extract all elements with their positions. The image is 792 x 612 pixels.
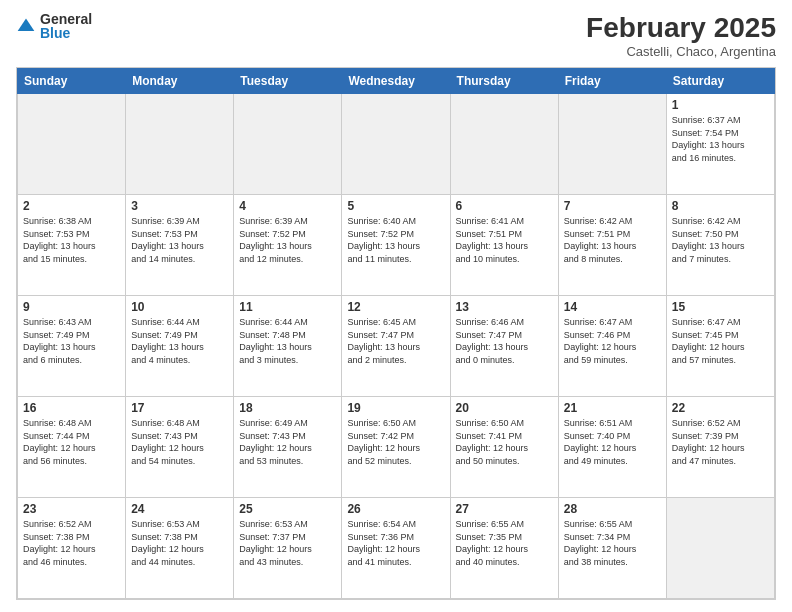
day-cell: 11Sunrise: 6:44 AM Sunset: 7:48 PM Dayli… bbox=[234, 296, 342, 397]
day-info: Sunrise: 6:53 AM Sunset: 7:38 PM Dayligh… bbox=[131, 518, 228, 568]
day-cell: 16Sunrise: 6:48 AM Sunset: 7:44 PM Dayli… bbox=[18, 397, 126, 498]
day-number: 8 bbox=[672, 199, 769, 213]
day-number: 20 bbox=[456, 401, 553, 415]
day-cell: 6Sunrise: 6:41 AM Sunset: 7:51 PM Daylig… bbox=[450, 195, 558, 296]
day-info: Sunrise: 6:42 AM Sunset: 7:51 PM Dayligh… bbox=[564, 215, 661, 265]
day-info: Sunrise: 6:52 AM Sunset: 7:38 PM Dayligh… bbox=[23, 518, 120, 568]
day-info: Sunrise: 6:55 AM Sunset: 7:35 PM Dayligh… bbox=[456, 518, 553, 568]
day-number: 1 bbox=[672, 98, 769, 112]
day-info: Sunrise: 6:47 AM Sunset: 7:45 PM Dayligh… bbox=[672, 316, 769, 366]
day-cell bbox=[558, 94, 666, 195]
header-wednesday: Wednesday bbox=[342, 69, 450, 94]
day-info: Sunrise: 6:41 AM Sunset: 7:51 PM Dayligh… bbox=[456, 215, 553, 265]
day-cell: 9Sunrise: 6:43 AM Sunset: 7:49 PM Daylig… bbox=[18, 296, 126, 397]
header-sunday: Sunday bbox=[18, 69, 126, 94]
day-cell: 26Sunrise: 6:54 AM Sunset: 7:36 PM Dayli… bbox=[342, 498, 450, 599]
day-number: 28 bbox=[564, 502, 661, 516]
day-cell: 5Sunrise: 6:40 AM Sunset: 7:52 PM Daylig… bbox=[342, 195, 450, 296]
day-cell bbox=[18, 94, 126, 195]
day-info: Sunrise: 6:50 AM Sunset: 7:41 PM Dayligh… bbox=[456, 417, 553, 467]
day-info: Sunrise: 6:46 AM Sunset: 7:47 PM Dayligh… bbox=[456, 316, 553, 366]
day-info: Sunrise: 6:45 AM Sunset: 7:47 PM Dayligh… bbox=[347, 316, 444, 366]
day-info: Sunrise: 6:54 AM Sunset: 7:36 PM Dayligh… bbox=[347, 518, 444, 568]
day-info: Sunrise: 6:37 AM Sunset: 7:54 PM Dayligh… bbox=[672, 114, 769, 164]
day-number: 18 bbox=[239, 401, 336, 415]
day-cell: 17Sunrise: 6:48 AM Sunset: 7:43 PM Dayli… bbox=[126, 397, 234, 498]
day-number: 3 bbox=[131, 199, 228, 213]
day-number: 10 bbox=[131, 300, 228, 314]
logo-blue: Blue bbox=[40, 26, 92, 40]
day-cell: 12Sunrise: 6:45 AM Sunset: 7:47 PM Dayli… bbox=[342, 296, 450, 397]
day-number: 7 bbox=[564, 199, 661, 213]
header-thursday: Thursday bbox=[450, 69, 558, 94]
day-number: 9 bbox=[23, 300, 120, 314]
day-number: 24 bbox=[131, 502, 228, 516]
day-number: 13 bbox=[456, 300, 553, 314]
header-tuesday: Tuesday bbox=[234, 69, 342, 94]
day-cell bbox=[234, 94, 342, 195]
header-monday: Monday bbox=[126, 69, 234, 94]
day-info: Sunrise: 6:43 AM Sunset: 7:49 PM Dayligh… bbox=[23, 316, 120, 366]
day-number: 19 bbox=[347, 401, 444, 415]
day-cell bbox=[342, 94, 450, 195]
day-cell: 15Sunrise: 6:47 AM Sunset: 7:45 PM Dayli… bbox=[666, 296, 774, 397]
day-info: Sunrise: 6:48 AM Sunset: 7:43 PM Dayligh… bbox=[131, 417, 228, 467]
day-info: Sunrise: 6:52 AM Sunset: 7:39 PM Dayligh… bbox=[672, 417, 769, 467]
day-number: 4 bbox=[239, 199, 336, 213]
day-cell: 19Sunrise: 6:50 AM Sunset: 7:42 PM Dayli… bbox=[342, 397, 450, 498]
day-number: 27 bbox=[456, 502, 553, 516]
day-cell: 28Sunrise: 6:55 AM Sunset: 7:34 PM Dayli… bbox=[558, 498, 666, 599]
logo-general: General bbox=[40, 12, 92, 26]
week-row-2: 9Sunrise: 6:43 AM Sunset: 7:49 PM Daylig… bbox=[18, 296, 775, 397]
day-number: 12 bbox=[347, 300, 444, 314]
day-info: Sunrise: 6:50 AM Sunset: 7:42 PM Dayligh… bbox=[347, 417, 444, 467]
svg-marker-0 bbox=[18, 19, 35, 32]
day-info: Sunrise: 6:55 AM Sunset: 7:34 PM Dayligh… bbox=[564, 518, 661, 568]
title-area: February 2025 Castelli, Chaco, Argentina bbox=[586, 12, 776, 59]
day-info: Sunrise: 6:44 AM Sunset: 7:48 PM Dayligh… bbox=[239, 316, 336, 366]
day-cell: 27Sunrise: 6:55 AM Sunset: 7:35 PM Dayli… bbox=[450, 498, 558, 599]
day-cell: 21Sunrise: 6:51 AM Sunset: 7:40 PM Dayli… bbox=[558, 397, 666, 498]
day-info: Sunrise: 6:39 AM Sunset: 7:53 PM Dayligh… bbox=[131, 215, 228, 265]
day-cell bbox=[126, 94, 234, 195]
week-row-1: 2Sunrise: 6:38 AM Sunset: 7:53 PM Daylig… bbox=[18, 195, 775, 296]
day-cell: 3Sunrise: 6:39 AM Sunset: 7:53 PM Daylig… bbox=[126, 195, 234, 296]
location: Castelli, Chaco, Argentina bbox=[586, 44, 776, 59]
calendar: Sunday Monday Tuesday Wednesday Thursday… bbox=[16, 67, 776, 600]
header-friday: Friday bbox=[558, 69, 666, 94]
day-info: Sunrise: 6:42 AM Sunset: 7:50 PM Dayligh… bbox=[672, 215, 769, 265]
day-info: Sunrise: 6:40 AM Sunset: 7:52 PM Dayligh… bbox=[347, 215, 444, 265]
week-row-3: 16Sunrise: 6:48 AM Sunset: 7:44 PM Dayli… bbox=[18, 397, 775, 498]
day-number: 16 bbox=[23, 401, 120, 415]
header-saturday: Saturday bbox=[666, 69, 774, 94]
day-number: 22 bbox=[672, 401, 769, 415]
page: General Blue February 2025 Castelli, Cha… bbox=[0, 0, 792, 612]
day-cell bbox=[450, 94, 558, 195]
day-cell: 14Sunrise: 6:47 AM Sunset: 7:46 PM Dayli… bbox=[558, 296, 666, 397]
day-cell: 7Sunrise: 6:42 AM Sunset: 7:51 PM Daylig… bbox=[558, 195, 666, 296]
logo-text: General Blue bbox=[40, 12, 92, 40]
day-info: Sunrise: 6:48 AM Sunset: 7:44 PM Dayligh… bbox=[23, 417, 120, 467]
day-cell: 23Sunrise: 6:52 AM Sunset: 7:38 PM Dayli… bbox=[18, 498, 126, 599]
logo-icon bbox=[16, 16, 36, 36]
day-cell: 18Sunrise: 6:49 AM Sunset: 7:43 PM Dayli… bbox=[234, 397, 342, 498]
day-number: 26 bbox=[347, 502, 444, 516]
day-number: 14 bbox=[564, 300, 661, 314]
day-cell: 13Sunrise: 6:46 AM Sunset: 7:47 PM Dayli… bbox=[450, 296, 558, 397]
day-number: 23 bbox=[23, 502, 120, 516]
day-cell: 25Sunrise: 6:53 AM Sunset: 7:37 PM Dayli… bbox=[234, 498, 342, 599]
week-row-0: 1Sunrise: 6:37 AM Sunset: 7:54 PM Daylig… bbox=[18, 94, 775, 195]
day-info: Sunrise: 6:53 AM Sunset: 7:37 PM Dayligh… bbox=[239, 518, 336, 568]
day-cell: 4Sunrise: 6:39 AM Sunset: 7:52 PM Daylig… bbox=[234, 195, 342, 296]
day-number: 17 bbox=[131, 401, 228, 415]
month-title: February 2025 bbox=[586, 12, 776, 44]
day-info: Sunrise: 6:51 AM Sunset: 7:40 PM Dayligh… bbox=[564, 417, 661, 467]
day-info: Sunrise: 6:49 AM Sunset: 7:43 PM Dayligh… bbox=[239, 417, 336, 467]
day-cell: 2Sunrise: 6:38 AM Sunset: 7:53 PM Daylig… bbox=[18, 195, 126, 296]
day-number: 11 bbox=[239, 300, 336, 314]
header: General Blue February 2025 Castelli, Cha… bbox=[16, 12, 776, 59]
day-cell bbox=[666, 498, 774, 599]
day-number: 6 bbox=[456, 199, 553, 213]
day-number: 2 bbox=[23, 199, 120, 213]
day-info: Sunrise: 6:47 AM Sunset: 7:46 PM Dayligh… bbox=[564, 316, 661, 366]
